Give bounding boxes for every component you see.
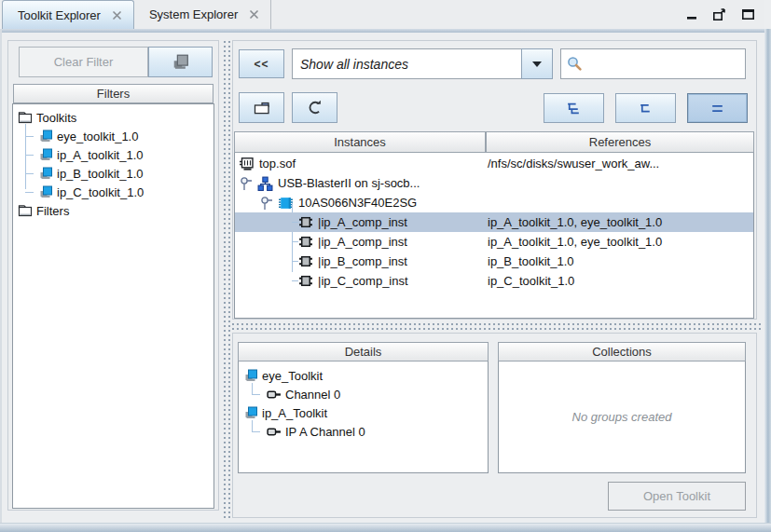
table-row[interactable]: |ip_C_comp_inst ip_C_toolkit_1.0 (235, 271, 753, 291)
maximize-icon[interactable] (741, 8, 755, 20)
tree-item-toolkit[interactable]: ip_C_toolkit_1.0 (15, 183, 212, 201)
toolkit-icon (244, 369, 258, 382)
toolkit-icon (39, 185, 53, 198)
toolkit-explorer-window: Toolkit Explorer System Explorer (0, 0, 771, 532)
tree-item-toolkit[interactable]: ip_A_toolkit_1.0 (15, 145, 212, 164)
reference-label: /nfs/sc/disks/swuser_work_aw... (488, 154, 659, 173)
horizontal-splitter[interactable] (231, 322, 763, 331)
component-rows: |ip_A_comp_inst ip_A_toolkit_1.0, eye_to… (235, 212, 753, 291)
search-box (560, 48, 746, 79)
tree-connector (252, 383, 260, 395)
table-row[interactable]: |ip_A_comp_inst ip_A_toolkit_1.0, eye_to… (235, 212, 753, 232)
vertical-splitter[interactable] (221, 40, 231, 518)
tab-toolkit-explorer[interactable]: Toolkit Explorer (2, 0, 134, 29)
column-header-references[interactable]: References (486, 131, 754, 153)
details-panel: Details eye_Toolkit (238, 342, 489, 473)
instance-label: |ip_B_comp_inst (318, 254, 407, 268)
component-icon (298, 216, 313, 228)
channel-icon (267, 427, 282, 437)
tree-item-toolkits[interactable]: Toolkits (15, 108, 212, 127)
toolkit-icon (39, 130, 53, 143)
details-header: Details (238, 342, 489, 361)
collections-body: No groups created (498, 361, 746, 473)
instance-label: |ip_C_comp_inst (318, 274, 408, 288)
expand-handle-icon[interactable] (240, 175, 253, 192)
toolkit-icon (39, 148, 53, 161)
tree-item-channel[interactable]: IP A Channel 0 (241, 422, 485, 441)
tree-item-toolkit[interactable]: ip_B_toolkit_1.0 (15, 164, 212, 183)
refresh-button[interactable] (292, 92, 337, 123)
collapse-panel-button[interactable]: << (239, 49, 284, 78)
restore-icon[interactable] (712, 8, 727, 21)
tree-item-label: ip_A_toolkit_1.0 (57, 148, 144, 162)
tree-item-label: IP A Channel 0 (285, 425, 365, 439)
reference-label: ip_A_toolkit_1.0, eye_toolkit_1.0 (488, 212, 662, 232)
table-row[interactable]: USB-BlasterII on sj-socb... (235, 173, 753, 193)
group-folder-button[interactable] (239, 92, 284, 123)
tab-system-explorer[interactable]: System Explorer (134, 0, 271, 29)
table-row[interactable]: top.sof /nfs/sc/disks/swuser_work_aw... (235, 154, 753, 173)
reference-label: ip_A_toolkit_1.0, eye_toolkit_1.0 (488, 232, 662, 252)
tree-item-label: Filters (36, 204, 69, 218)
component-icon (298, 236, 313, 248)
table-row[interactable]: |ip_B_comp_inst ip_B_toolkit_1.0 (235, 252, 753, 271)
instance-label: |ip_A_comp_inst (318, 235, 407, 249)
usb-cable-icon (257, 176, 273, 191)
tree-item-label: ip_C_toolkit_1.0 (57, 185, 144, 199)
clear-filter-button[interactable]: Clear Filter (19, 47, 148, 77)
window-frame-right (764, 29, 771, 532)
instance-label: |ip_A_comp_inst (318, 215, 407, 229)
tree-item-label: ip_A_Toolkit (262, 406, 327, 420)
tree-item-toolkit[interactable]: ip_A_Toolkit (241, 403, 485, 422)
folder-icon (18, 204, 33, 217)
folder-icon (18, 111, 33, 124)
sof-file-icon (239, 157, 255, 171)
tree-item-toolkit[interactable]: eye_Toolkit (241, 366, 485, 385)
tree-item-label: Toolkits (36, 111, 76, 125)
toolkit-filter-button[interactable] (148, 47, 213, 77)
tab-label: Toolkit Explorer (18, 8, 101, 22)
reference-label: ip_B_toolkit_1.0 (488, 252, 574, 271)
search-input[interactable] (561, 49, 745, 78)
open-toolkit-button[interactable]: Open Toolkit (608, 482, 746, 511)
close-icon[interactable] (112, 10, 122, 20)
tree-item-toolkit[interactable]: eye_toolkit_1.0 (15, 127, 212, 145)
tree-item-label: eye_Toolkit (262, 369, 323, 383)
view-flat-list-button[interactable] (687, 93, 748, 123)
component-icon (298, 275, 313, 287)
collections-panel: Collections No groups created (498, 342, 746, 473)
table-row[interactable]: 10AS066N3F40E2SG (235, 193, 753, 212)
collections-empty-text: No groups created (502, 366, 742, 468)
dropdown-arrow-button[interactable] (521, 48, 553, 79)
minimize-icon[interactable] (686, 9, 698, 20)
table-body: top.sof /nfs/sc/disks/swuser_work_aw... (234, 153, 754, 319)
toolkit-icon (244, 406, 258, 419)
filters-tree: Toolkits eye_toolkit_1.0 (12, 103, 214, 509)
tree-item-label: ip_B_toolkit_1.0 (57, 167, 144, 181)
chevron-down-icon (532, 61, 542, 67)
toolkit-filter-icon (172, 54, 189, 70)
tree-item-filters[interactable]: Filters (15, 201, 212, 220)
view-full-tree-button[interactable] (544, 93, 604, 123)
toolkits-children: eye_toolkit_1.0 ip_A_toolkit_1.0 (15, 127, 212, 201)
instances-table: Instances References top.sof /nfs/sc/dis… (234, 131, 754, 319)
window-frame-bottom (0, 523, 771, 532)
column-header-instances[interactable]: Instances (234, 131, 486, 153)
instance-label: 10AS066N3F40E2SG (298, 196, 417, 210)
flat-list-icon (709, 102, 725, 116)
view-compact-tree-button[interactable] (615, 93, 676, 123)
reference-label: ip_C_toolkit_1.0 (488, 271, 574, 291)
tab-label: System Explorer (149, 7, 238, 21)
instance-filter-dropdown[interactable]: Show all instances (292, 48, 522, 79)
instance-label: top.sof (259, 157, 296, 171)
details-tree: eye_Toolkit Channel 0 (238, 361, 489, 473)
close-icon[interactable] (249, 9, 259, 20)
table-row[interactable]: |ip_A_comp_inst ip_A_toolkit_1.0, eye_to… (235, 232, 753, 252)
full-tree-icon (566, 102, 582, 116)
collections-header: Collections (498, 342, 746, 361)
tab-bar: Toolkit Explorer System Explorer (2, 0, 764, 29)
table-header: Instances References (234, 131, 754, 153)
tree-item-channel[interactable]: Channel 0 (241, 385, 485, 403)
compact-tree-icon (638, 102, 654, 116)
expand-handle-icon[interactable] (260, 195, 273, 211)
